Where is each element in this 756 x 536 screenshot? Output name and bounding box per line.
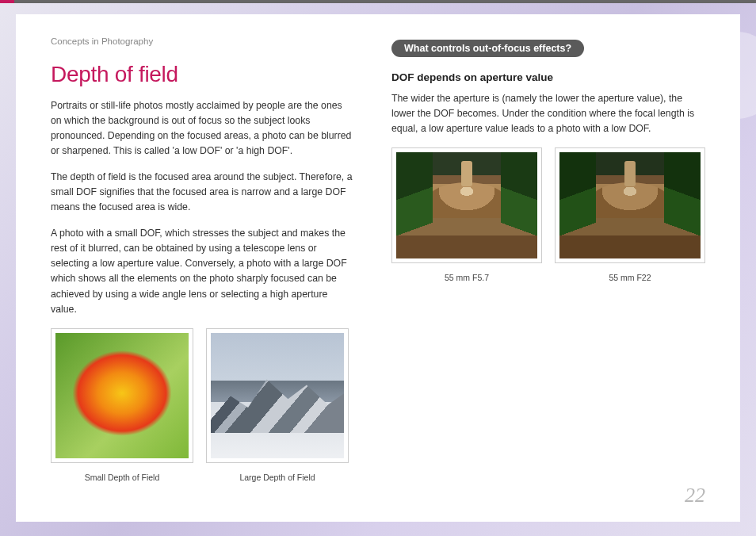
- example-image-tulip: [55, 333, 189, 458]
- right-column: What controls out-of-focus effects? DOF …: [391, 36, 705, 498]
- body-paragraph: A photo with a small DOF, which stresses…: [51, 226, 353, 316]
- left-column: Concepts in Photography Depth of field P…: [51, 36, 353, 498]
- image-row: Small Depth of Field Large Depth of Fiel…: [51, 328, 353, 482]
- image-caption: Large Depth of Field: [206, 473, 349, 482]
- subheading: DOF depends on aperture value: [391, 71, 705, 83]
- top-bar: [0, 0, 756, 3]
- image-card-large-dof: Large Depth of Field: [206, 328, 349, 482]
- image-frame: [555, 147, 705, 263]
- image-caption: Small Depth of Field: [51, 473, 193, 482]
- page-content: Concepts in Photography Depth of field P…: [16, 14, 740, 522]
- image-card-f5-7: 55 mm F5.7: [391, 147, 542, 282]
- body-paragraph: The wider the aperture is (namely the lo…: [391, 91, 705, 136]
- image-row: 55 mm F5.7 55 mm F22: [391, 147, 705, 282]
- page-number: 22: [685, 484, 705, 507]
- section-label: Concepts in Photography: [51, 36, 353, 46]
- example-image-mountain: [211, 333, 344, 458]
- image-card-f22: 55 mm F22: [555, 147, 705, 282]
- image-caption: 55 mm F22: [555, 273, 705, 282]
- top-bar-accent: [0, 0, 14, 3]
- page-title: Depth of field: [51, 62, 353, 87]
- image-frame: [391, 147, 542, 263]
- image-frame: [51, 328, 193, 463]
- image-frame: [206, 328, 349, 463]
- section-pill: What controls out-of-focus effects?: [391, 40, 584, 57]
- example-image-grinder-high-f: [559, 152, 701, 258]
- image-caption: 55 mm F5.7: [391, 273, 542, 282]
- example-image-grinder-low-f: [396, 152, 537, 258]
- image-card-small-dof: Small Depth of Field: [51, 328, 193, 482]
- body-paragraph: Portraits or still-life photos mostly ac…: [51, 98, 353, 159]
- body-paragraph: The depth of field is the focused area a…: [51, 170, 353, 215]
